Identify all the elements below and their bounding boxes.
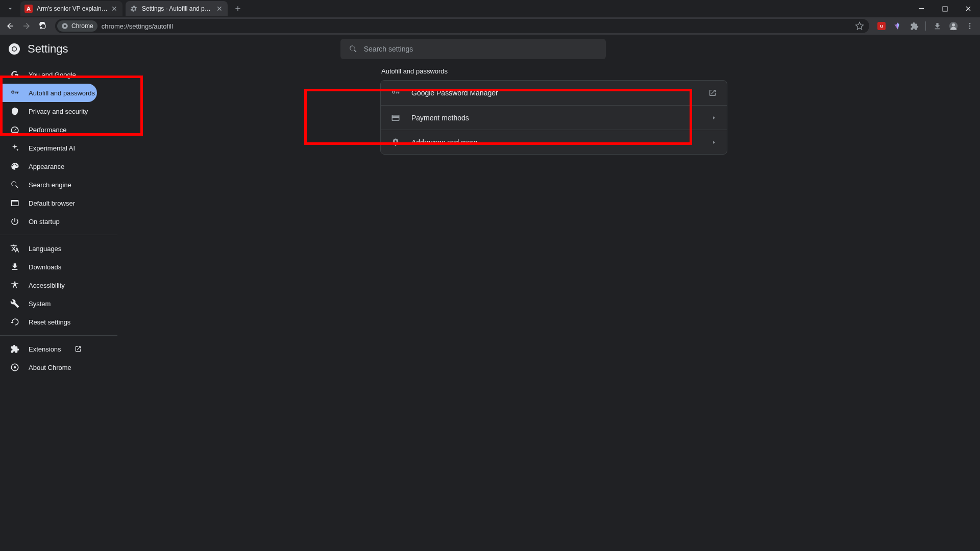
sidebar-item-label: Extensions <box>29 345 61 353</box>
sidebar-item-label: Search engine <box>29 181 71 189</box>
svg-point-6 <box>969 23 971 24</box>
address-bar[interactable]: Chrome chrome://settings/autofill <box>55 19 869 33</box>
puzzle-icon <box>10 344 19 354</box>
extension-gem[interactable] <box>891 19 905 33</box>
sidebar-item-label: Default browser <box>29 199 75 207</box>
sidebar-item-label: On startup <box>29 218 60 226</box>
sidebar-item-label: Privacy and security <box>29 108 88 115</box>
sidebar-item-extensions[interactable]: Extensions <box>0 340 97 358</box>
power-icon <box>10 217 19 226</box>
row-label: Google Password Manager <box>411 89 708 97</box>
site-chip[interactable]: Chrome <box>57 20 97 32</box>
sidebar-item-label: Autofill and passwords <box>29 89 95 97</box>
svg-point-7 <box>969 26 971 27</box>
bookmark-button[interactable] <box>855 21 864 31</box>
extensions-button[interactable] <box>907 19 921 33</box>
star-icon <box>855 21 864 31</box>
credit-card-icon <box>391 113 401 122</box>
external-link-icon <box>75 345 82 353</box>
gear-icon <box>130 5 138 13</box>
search-placeholder: Search settings <box>364 45 413 53</box>
puzzle-icon <box>910 22 919 31</box>
key-icon <box>10 88 19 97</box>
row-addresses[interactable]: Addresses and more <box>381 130 727 154</box>
sidebar-item-about[interactable]: About Chrome <box>0 358 97 377</box>
forward-button[interactable] <box>19 19 34 33</box>
profile-button[interactable] <box>946 19 961 33</box>
tab-title: Arm's senior VP explains AI's tr <box>37 5 108 12</box>
restore-icon <box>10 317 19 327</box>
url-text: chrome://settings/autofill <box>102 22 173 30</box>
chrome-outline-icon <box>10 363 19 372</box>
row-label: Payment methods <box>411 114 712 122</box>
sidebar-item-accessibility[interactable]: Accessibility <box>0 276 97 294</box>
sidebar-item-label: Reset settings <box>29 318 70 326</box>
sidebar-item-default-browser[interactable]: Default browser <box>0 194 97 212</box>
search-settings-input[interactable]: Search settings <box>340 39 606 59</box>
menu-button[interactable] <box>963 19 977 33</box>
chevron-down-icon <box>7 5 14 12</box>
settings-header: Settings Search settings <box>0 35 980 63</box>
page-content: Settings Search settings You and Google … <box>0 35 980 377</box>
chevron-right-icon <box>712 115 717 120</box>
sidebar-item-languages[interactable]: Languages <box>0 239 97 258</box>
sidebar-item-performance[interactable]: Performance <box>0 120 97 139</box>
title-bar: A Arm's senior VP explains AI's tr ✕ Set… <box>0 0 980 17</box>
sidebar-item-reset[interactable]: Reset settings <box>0 313 97 331</box>
close-window-button[interactable] <box>957 0 980 17</box>
sidebar-item-label: Accessibility <box>29 282 65 289</box>
download-icon <box>933 22 942 31</box>
svg-point-13 <box>14 366 16 369</box>
key-icon <box>391 88 401 97</box>
sidebar-item-search-engine[interactable]: Search engine <box>0 176 97 194</box>
reload-button[interactable] <box>36 19 50 33</box>
sparkle-icon <box>10 143 19 153</box>
browser-toolbar: Chrome chrome://settings/autofill u <box>0 17 980 35</box>
sidebar-item-autofill[interactable]: Autofill and passwords <box>0 84 97 102</box>
tab-arm[interactable]: A Arm's senior VP explains AI's tr ✕ <box>20 1 122 16</box>
sidebar-item-label: Experimental AI <box>29 144 75 152</box>
row-password-manager[interactable]: Google Password Manager <box>381 81 727 105</box>
sidebar-item-on-startup[interactable]: On startup <box>0 212 97 231</box>
speedometer-icon <box>10 125 19 134</box>
sidebar-item-privacy[interactable]: Privacy and security <box>0 102 97 120</box>
download-icon <box>10 262 19 271</box>
downloads-button[interactable] <box>930 19 944 33</box>
sidebar-item-appearance[interactable]: Appearance <box>0 157 97 176</box>
browser-icon <box>10 198 19 208</box>
location-icon <box>391 138 401 147</box>
extension-ublock[interactable]: u <box>874 19 889 33</box>
close-icon[interactable]: ✕ <box>110 5 118 13</box>
tab-favicon: A <box>24 5 33 13</box>
tab-title: Settings - Autofill and passwor <box>142 5 213 12</box>
new-tab-button[interactable] <box>231 2 245 16</box>
google-g-icon <box>10 70 19 79</box>
toolbar-separator <box>925 21 926 31</box>
close-icon[interactable]: ✕ <box>215 5 224 13</box>
tab-settings[interactable]: Settings - Autofill and passwor ✕ <box>126 1 228 16</box>
tab-search-dropdown[interactable] <box>3 2 17 16</box>
reload-icon <box>39 22 47 31</box>
sidebar-item-experimental-ai[interactable]: Experimental AI <box>0 139 97 157</box>
minimize-button[interactable] <box>910 0 933 17</box>
search-icon <box>10 180 19 189</box>
translate-icon <box>10 244 19 253</box>
sidebar-item-label: About Chrome <box>29 364 71 371</box>
chip-label: Chrome <box>71 22 93 30</box>
row-payment-methods[interactable]: Payment methods <box>381 105 727 130</box>
settings-main: Autofill and passwords Google Password M… <box>128 63 980 377</box>
autofill-card: Google Password Manager Payment methods … <box>380 80 727 155</box>
sidebar-item-you-and-google[interactable]: You and Google <box>0 65 97 84</box>
wrench-icon <box>10 299 19 308</box>
sidebar-separator <box>0 335 117 336</box>
back-button[interactable] <box>3 19 17 33</box>
maximize-button[interactable] <box>933 0 957 17</box>
svg-point-8 <box>969 28 971 29</box>
external-link-icon <box>708 89 717 97</box>
sidebar-item-system[interactable]: System <box>0 294 97 313</box>
sidebar-item-downloads[interactable]: Downloads <box>0 258 97 276</box>
chrome-logo-icon <box>61 22 68 30</box>
sidebar-item-label: Appearance <box>29 163 64 170</box>
svg-point-3 <box>64 25 66 28</box>
svg-rect-1 <box>943 7 947 11</box>
